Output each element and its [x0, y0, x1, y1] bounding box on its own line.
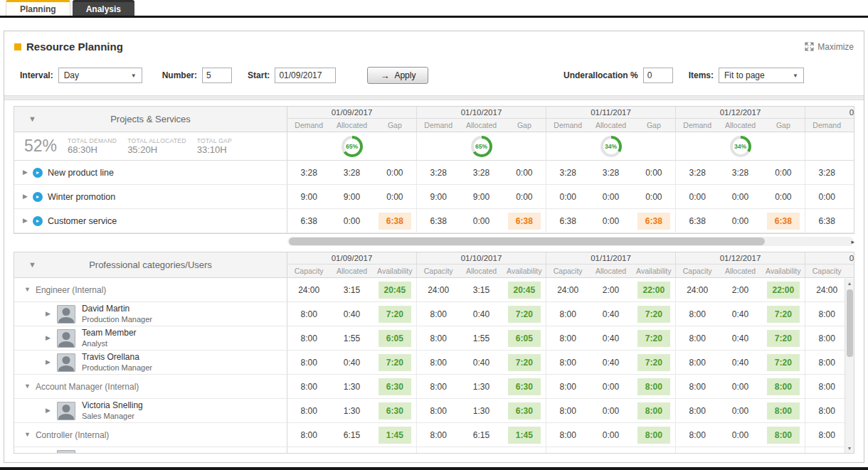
- date-values-group: [417, 447, 546, 453]
- value-cell: 8:00: [287, 382, 330, 392]
- availability-badge: 7:20: [379, 306, 411, 323]
- date-values-group: 6:380:006:38: [676, 209, 805, 233]
- interval-label: Interval:: [20, 70, 53, 80]
- value-cell: 24:00: [805, 285, 848, 295]
- availability-badge: 7:20: [637, 330, 670, 347]
- value-cell: 6:38: [676, 216, 719, 226]
- value-cell: 3:28: [330, 168, 373, 178]
- total-allocated-value: 35:20H: [127, 144, 186, 156]
- project-name-cell: ▶▸New product line: [14, 161, 287, 184]
- value-cell: 6:15: [330, 430, 373, 440]
- date-values-group: 6:380:006:38: [417, 209, 546, 233]
- collapse-users-icon[interactable]: ▼: [28, 261, 36, 269]
- date-column-group: 01/11/2017CapacityAllocatedAvailability: [546, 252, 676, 277]
- column-sublabel: Availability: [762, 267, 805, 275]
- value-cell: 24:00: [417, 285, 460, 295]
- value-cell: 0:00: [374, 168, 416, 178]
- value-cell: 7:20: [633, 306, 675, 323]
- vertical-scrollbar-thumb[interactable]: [847, 289, 853, 357]
- progress-ring-label: 34%: [603, 139, 619, 154]
- value-cell: 8:00: [805, 309, 848, 319]
- start-input[interactable]: [275, 68, 336, 83]
- user-row[interactable]: ▶Travis OrellanaProduction Manager8:000:…: [14, 351, 854, 375]
- user-name: Victoria Snelling: [82, 400, 143, 412]
- user-row[interactable]: ▶Full Access: [14, 447, 854, 453]
- user-row[interactable]: ▶Victoria SnellingSales Manager8:001:306…: [14, 399, 854, 423]
- underallocation-input[interactable]: [643, 68, 673, 83]
- collapse-projects-icon[interactable]: ▼: [28, 115, 36, 123]
- value-cell: 2:00: [719, 285, 761, 295]
- date-values-group: 8:000:407:20: [546, 351, 676, 374]
- expand-icon[interactable]: ▶: [23, 218, 28, 224]
- expand-icon[interactable]: ▶: [46, 407, 51, 414]
- availability-badge: 6:30: [508, 402, 541, 420]
- date-column-group: 01/10/2017DemandAllocatedGap: [417, 107, 546, 132]
- apply-button[interactable]: → Apply: [367, 67, 428, 84]
- items-select[interactable]: Fit to page ▼: [719, 68, 804, 83]
- value-cell: 1:30: [460, 406, 502, 416]
- user-role: Analyst: [82, 338, 137, 348]
- section-divider: [4, 95, 864, 100]
- value-cell: 0:40: [719, 309, 761, 319]
- total-allocated-label: TOTAL ALLOCATED: [127, 137, 186, 144]
- expand-icon[interactable]: ▶: [46, 335, 51, 341]
- value-cell: 24:00: [287, 285, 330, 295]
- column-date-label: 01/10/2017: [417, 107, 546, 119]
- project-row[interactable]: ▶▸Winter promotion9:009:000:009:009:000:…: [14, 185, 854, 209]
- value-cell: 22:00: [633, 282, 675, 299]
- expand-icon[interactable]: ▶: [23, 169, 28, 176]
- value-cell: 8:00: [417, 430, 460, 440]
- tab-analysis[interactable]: Analysis: [73, 0, 134, 16]
- maximize-button[interactable]: Maximize: [805, 42, 854, 52]
- value-cell: 3:28: [546, 168, 589, 178]
- user-row[interactable]: ▶David MartinProduction Manager8:000:407…: [14, 302, 854, 326]
- vertical-scrollbar[interactable]: ▲ ▼: [845, 279, 854, 453]
- column-sublabel: Demand: [805, 121, 848, 129]
- value-cell: 0:00: [589, 406, 632, 416]
- category-row[interactable]: ▼Account Manager (Internal)8:001:306:308…: [14, 375, 854, 399]
- total-demand-value: 68:30H: [68, 144, 117, 156]
- column-sublabel: Demand: [417, 121, 460, 129]
- column-sublabel: Allocated: [460, 267, 502, 275]
- category-row[interactable]: ▼Engineer (Internal)24:003:1520:4524:003…: [14, 278, 854, 302]
- maximize-label: Maximize: [817, 42, 854, 52]
- expand-icon[interactable]: ▶: [23, 193, 28, 200]
- date-values-group: 8:000:407:20: [546, 326, 676, 350]
- chevron-down-icon: ▼: [793, 73, 798, 79]
- date-values-group: 24:002:0022:00: [676, 278, 805, 301]
- column-sublabel: Allocated: [719, 121, 761, 129]
- project-row[interactable]: ▶▸Customer service6:380:006:386:380:006:…: [14, 209, 854, 233]
- tab-planning[interactable]: Planning: [6, 0, 70, 16]
- summary-date-group: 65%: [417, 132, 546, 160]
- avatar-head-shape: [62, 405, 70, 412]
- scroll-right-icon[interactable]: ▸: [851, 237, 854, 246]
- user-row[interactable]: ▶Team MemberAnalyst8:001:556:058:001:556…: [14, 326, 854, 351]
- horizontal-scrollbar[interactable]: ▸: [287, 237, 854, 246]
- availability-badge: 6:30: [508, 378, 541, 395]
- value-cell: 3:28: [417, 168, 460, 178]
- expand-icon[interactable]: ▶: [46, 359, 51, 365]
- collapse-icon[interactable]: ▼: [24, 432, 31, 438]
- column-sublabel: Capacity: [805, 267, 848, 275]
- number-input[interactable]: [202, 68, 232, 83]
- column-sublabel: Allocated: [589, 121, 632, 129]
- avatar: [57, 305, 75, 324]
- value-cell: 8:00: [676, 382, 719, 392]
- progress-ring: 34%: [730, 136, 751, 157]
- collapse-icon[interactable]: ▼: [24, 287, 31, 293]
- category-row[interactable]: ▼Controller (Internal)8:006:151:458:006:…: [14, 423, 854, 447]
- horizontal-scrollbar-thumb[interactable]: [289, 237, 765, 245]
- scroll-down-icon[interactable]: ▼: [847, 444, 852, 453]
- project-row[interactable]: ▶▸New product line3:283:280:003:283:280:…: [14, 161, 854, 185]
- value-cell: 3:15: [460, 285, 502, 295]
- avatar-head-shape: [62, 332, 70, 340]
- value-cell: 0:00: [633, 168, 675, 178]
- date-values-group: 8:000:407:20: [417, 302, 546, 326]
- interval-select[interactable]: Day ▼: [58, 68, 142, 83]
- scroll-up-icon[interactable]: ▲: [847, 279, 852, 288]
- date-values-group: 0:000:000:00: [676, 185, 805, 208]
- value-cell: 6:38: [805, 216, 848, 226]
- expand-icon[interactable]: ▶: [46, 311, 51, 317]
- value-cell: 8:00: [676, 333, 719, 343]
- collapse-icon[interactable]: ▼: [24, 383, 31, 390]
